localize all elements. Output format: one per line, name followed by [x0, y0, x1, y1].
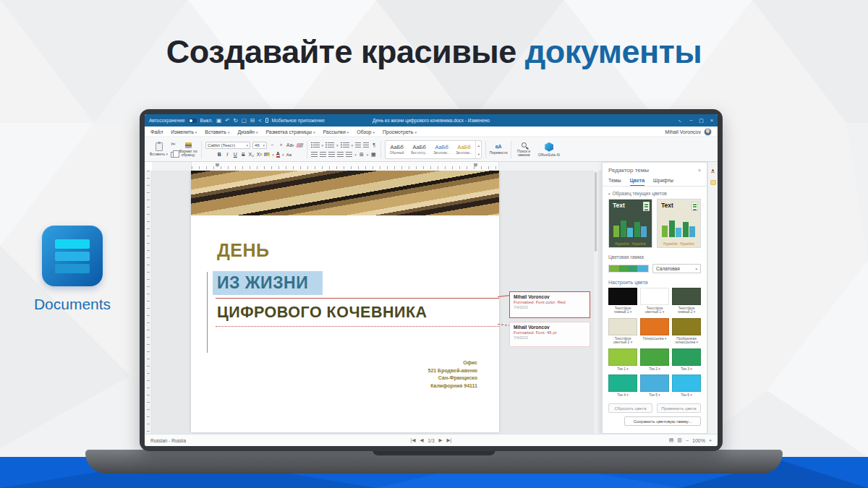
menu-file[interactable]: Файл	[150, 129, 163, 134]
share-icon[interactable]: <	[258, 118, 261, 124]
style-no-spacing[interactable]: АаБб Без отсту...	[408, 141, 430, 158]
superscript-button[interactable]: X²	[256, 152, 262, 157]
tracked-change-callout[interactable]: Mihail Voroncov Formatted: Font color: R…	[509, 291, 590, 318]
swatch-cell[interactable]: Текст/фон темный 1 ▾	[608, 288, 637, 317]
next-page-icon[interactable]: ▶	[439, 437, 443, 443]
vertical-scrollbar[interactable]	[594, 171, 597, 434]
menu-mailings[interactable]: Рассылки ▾	[323, 129, 349, 134]
swatch-cell[interactable]: Гиперссылка ▾	[640, 318, 669, 347]
swatch-cell[interactable]: Тон 5 ▾	[640, 374, 669, 399]
underline-button[interactable]: U	[232, 152, 238, 157]
new-document-icon[interactable]: ▢	[242, 118, 247, 124]
menu-insert[interactable]: Вставить ▾	[205, 129, 229, 134]
mobile-phone-icon[interactable]	[265, 118, 268, 123]
cut-icon[interactable]: ✂	[171, 142, 176, 147]
autosave-toggle[interactable]	[189, 119, 197, 123]
font-name-select[interactable]: Calibri (Текст)▾	[205, 142, 250, 149]
last-page-icon[interactable]: ▶|	[447, 437, 452, 443]
pilcrow-button[interactable]: ¶	[371, 142, 377, 147]
find-replace-button[interactable]: Поиск и замена	[514, 140, 534, 160]
tab-themes[interactable]: Темы	[608, 176, 621, 186]
menu-layout[interactable]: Разметка страницы ▾	[265, 129, 315, 134]
increase-indent-icon[interactable]	[363, 142, 369, 148]
heading-line-2-selected[interactable]: ИЗ ЖИЗНИ	[213, 271, 323, 295]
menu-view[interactable]: Просмотреть ▾	[383, 129, 417, 134]
swatch-cell[interactable]: Текст/фон темный 2 ▾	[672, 288, 701, 317]
highlight-color-icon[interactable]	[264, 153, 270, 156]
line-spacing-icon[interactable]	[346, 152, 352, 158]
change-case-button[interactable]: Aa▾	[286, 142, 294, 149]
strikethrough-button[interactable]: S	[240, 152, 246, 157]
subscript-button[interactable]: X₂	[248, 152, 254, 157]
document-page[interactable]: ДЕНЬ ИЗ ЖИЗНИ ЦИФРОВОГО КОЧЕВНИКА Офис 5…	[191, 171, 499, 432]
style-heading2[interactable]: АаБб Заголово...	[453, 141, 475, 158]
mobile-app-label[interactable]: Мобильное приложение	[272, 118, 325, 123]
heading-line-1[interactable]: ДЕНЬ	[217, 240, 427, 261]
translate-button[interactable]: а̲A Перевести	[488, 140, 509, 160]
sample-section-header[interactable]: ▾ Образец текущих цветов	[603, 187, 707, 198]
theme-preview-dark[interactable]: Text Hyperlink · Hyperlink	[608, 199, 652, 248]
font-color-icon[interactable]: A	[276, 151, 280, 158]
multilevel-list-icon[interactable]	[343, 142, 349, 148]
tracked-change-callout[interactable]: Mihail Voroncov Formatted: Font: 45 pt 7…	[509, 322, 590, 347]
address-block[interactable]: Офис 521 Бродвей-авеню Сан-Франциско Кал…	[428, 359, 478, 390]
style-normal[interactable]: АаБб Обычный	[386, 141, 408, 158]
swatch-cell[interactable]: Пройденная гиперссылка ▾	[672, 318, 701, 347]
bold-button[interactable]: B	[216, 152, 222, 157]
align-justify-icon[interactable]	[337, 152, 344, 158]
italic-button[interactable]: I	[224, 152, 230, 157]
swatch-cell[interactable]: Текст/фон светлый 2 ▾	[608, 318, 637, 347]
scrollbar-thumb[interactable]	[595, 172, 597, 252]
ai-button[interactable]: OfficeSuite AI	[534, 140, 564, 160]
horizontal-ruler[interactable]	[152, 162, 602, 171]
close-icon[interactable]: ×	[698, 168, 701, 173]
font-size-select[interactable]: 46▾	[252, 142, 267, 149]
style-heading1[interactable]: АаБб Заголово...	[430, 141, 453, 158]
menu-edit[interactable]: Изменить ▾	[171, 129, 197, 134]
gallery-down-icon[interactable]: ▼	[477, 153, 480, 156]
heading-line-3[interactable]: ЦИФРОВОГО КОЧЕВНИКА	[217, 304, 427, 322]
vertical-ruler[interactable]	[145, 171, 152, 434]
first-page-icon[interactable]: |◀	[411, 437, 416, 443]
align-center-icon[interactable]	[320, 152, 326, 158]
swatch-cell[interactable]: Текст/фон светлый 1 ▾	[640, 288, 669, 317]
menu-review[interactable]: Обзор ▾	[357, 129, 375, 134]
swatch-cell[interactable]: Тон 2 ▾	[640, 348, 669, 373]
menu-design[interactable]: Дизайн ▾	[237, 129, 258, 134]
save-color-scheme-button[interactable]: Сохранить цветовую гамму...	[624, 416, 701, 426]
shading-icon[interactable]: ▦	[370, 152, 376, 158]
numbered-list-icon[interactable]	[328, 142, 334, 148]
swatch-cell[interactable]: Тон 3 ▾	[672, 348, 701, 373]
decrease-indent-icon[interactable]	[355, 142, 361, 148]
format-painter-button[interactable]: Формат по образцу	[177, 140, 199, 160]
undo-icon[interactable]: ↶	[225, 118, 229, 124]
bullet-list-icon[interactable]	[313, 142, 320, 148]
swatch-cell[interactable]: Тон 1 ▾	[608, 348, 637, 373]
align-right-icon[interactable]	[328, 152, 335, 158]
close-icon[interactable]: ×	[710, 118, 713, 123]
save-icon[interactable]: ▣	[216, 118, 221, 124]
align-left-icon[interactable]	[311, 152, 318, 158]
gamma-select[interactable]: Салатовая▾	[652, 264, 701, 273]
fullscreen-icon[interactable]: ↔	[677, 117, 684, 124]
decrease-font-button[interactable]: −	[269, 142, 276, 149]
copy-icon[interactable]	[171, 152, 176, 158]
theme-editor-icon[interactable]: ▲	[711, 168, 715, 173]
minimize-icon[interactable]: −	[689, 118, 692, 123]
theme-preview-light[interactable]: Text Hyperlink · Hyperlink	[657, 199, 701, 248]
clear-formatting-icon[interactable]	[296, 143, 304, 147]
previous-page-icon[interactable]: ◀	[420, 437, 423, 443]
tab-colors[interactable]: Цвета	[630, 176, 644, 186]
character-spacing-button[interactable]: Aа	[286, 153, 292, 157]
apply-colors-button[interactable]: Применить цвета	[657, 403, 701, 413]
swatch-cell[interactable]: Тон 4 ▾	[608, 374, 637, 399]
comments-icon[interactable]	[710, 180, 716, 185]
redo-icon[interactable]: ↻	[233, 118, 237, 124]
borders-icon[interactable]: ⊞	[359, 152, 365, 158]
swatch-cell[interactable]: Тон 6 ▾	[672, 374, 701, 399]
tab-fonts[interactable]: Шрифты	[653, 176, 673, 186]
maximize-icon[interactable]: ▢	[699, 118, 704, 124]
gallery-up-icon[interactable]: ▲	[477, 144, 480, 147]
paste-button[interactable]: Вставить ▾	[148, 140, 169, 160]
print-icon[interactable]: ⊟	[250, 118, 255, 124]
